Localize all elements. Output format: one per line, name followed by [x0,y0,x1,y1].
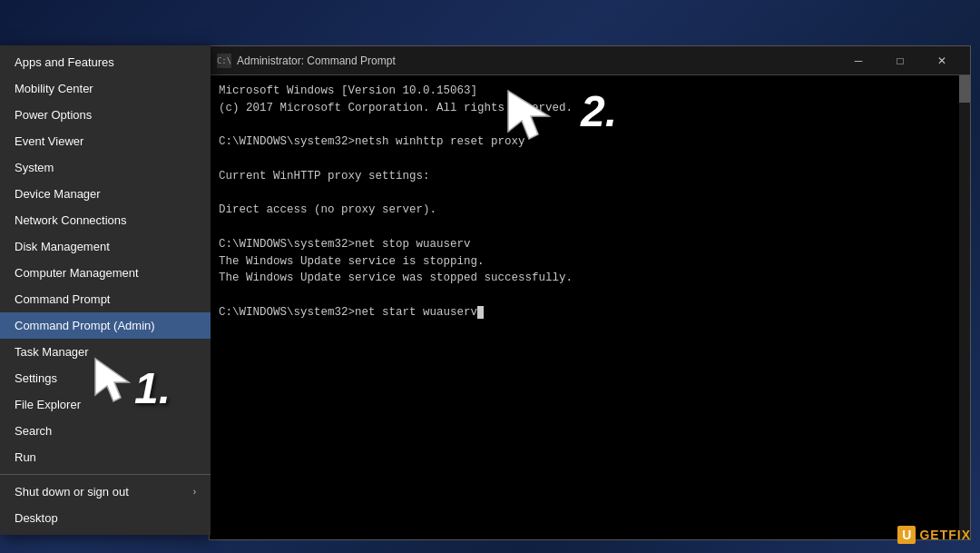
menu-item-label-computer-management: Computer Management [15,266,139,280]
menu-item-command-prompt[interactable]: Command Prompt [0,286,211,312]
menu-item-label-power-options: Power Options [15,108,92,122]
menu-item-file-explorer[interactable]: File Explorer [0,391,211,418]
context-menu: Apps and FeaturesMobility CenterPower Op… [0,45,211,535]
menu-item-label-mobility-center: Mobility Center [15,82,93,95]
cmd-line-1: (c) 2017 Microsoft Corporation. All righ… [219,100,961,117]
watermark-u: U [897,526,916,544]
menu-item-label-search: Search [15,424,52,438]
cmd-line-11: The Windows Update service was stopped s… [219,270,961,287]
cmd-window: C:\ Administrator: Command Prompt ─ □ ✕ … [209,45,971,540]
menu-item-network-connections[interactable]: Network Connections [0,207,211,233]
menu-item-power-options[interactable]: Power Options [0,102,211,128]
menu-divider [0,474,211,475]
menu-item-run[interactable]: Run [0,444,211,470]
close-button[interactable]: ✕ [921,46,963,75]
cmd-line-4 [219,151,961,168]
watermark-brand: GETFIX [919,528,971,542]
cmd-line-7: Direct access (no proxy server). [219,202,961,219]
cmd-scrollbar[interactable] [959,75,970,539]
cmd-cursor [477,306,484,319]
scrollbar-thumb[interactable] [959,75,970,103]
menu-item-settings[interactable]: Settings [0,365,211,391]
cmd-line-9: C:\WINDOWS\system32>net stop wuauserv [219,236,961,253]
menu-item-device-manager[interactable]: Device Manager [0,181,211,207]
menu-item-label-apps-features: Apps and Features [15,55,114,69]
menu-item-command-prompt-admin[interactable]: Command Prompt (Admin) [0,312,211,339]
cmd-line-6 [219,185,961,202]
menu-item-label-desktop: Desktop [15,511,58,525]
menu-item-disk-management[interactable]: Disk Management [0,233,211,260]
cmd-line-0: Microsoft Windows [Version 10.0.15063] [219,83,961,100]
menu-item-system[interactable]: System [0,154,211,181]
minimize-button[interactable]: ─ [838,46,879,75]
cmd-content: Microsoft Windows [Version 10.0.15063](c… [210,75,970,539]
menu-item-label-disk-management: Disk Management [15,240,110,253]
cmd-titlebar: C:\ Administrator: Command Prompt ─ □ ✕ [210,46,970,75]
cmd-line-5: Current WinHTTP proxy settings: [219,168,961,185]
menu-item-label-shutdown: Shut down or sign out [15,485,129,499]
menu-item-label-system: System [15,161,54,174]
menu-item-arrow-shutdown: › [193,487,196,497]
cmd-line-8 [219,219,961,236]
cmd-line-2 [219,117,961,134]
menu-item-label-command-prompt: Command Prompt [15,292,110,306]
cmd-line-3: C:\WINDOWS\system32>netsh winhttp reset … [219,133,961,151]
watermark: U GETFIX [897,526,971,544]
menu-item-label-network-connections: Network Connections [15,213,127,227]
menu-item-label-event-viewer: Event Viewer [15,134,83,148]
menu-item-label-command-prompt-admin: Command Prompt (Admin) [15,319,155,332]
menu-item-apps-features[interactable]: Apps and Features [0,49,211,75]
menu-item-desktop[interactable]: Desktop [0,505,211,531]
maximize-button[interactable]: □ [879,46,921,75]
menu-item-label-task-manager: Task Manager [15,345,89,359]
cmd-line-10: The Windows Update service is stopping. [219,253,961,271]
cmd-line-12 [219,287,961,304]
menu-item-computer-management[interactable]: Computer Management [0,260,211,286]
menu-item-mobility-center[interactable]: Mobility Center [0,75,211,102]
cmd-title: Administrator: Command Prompt [237,54,838,67]
menu-item-search[interactable]: Search [0,418,211,444]
cmd-window-controls: ─ □ ✕ [838,46,963,75]
menu-item-label-settings: Settings [15,371,57,385]
menu-item-task-manager[interactable]: Task Manager [0,339,211,365]
menu-item-label-device-manager: Device Manager [15,187,101,201]
menu-item-shutdown[interactable]: Shut down or sign out› [0,479,211,505]
menu-item-label-run: Run [15,450,36,464]
menu-item-label-file-explorer: File Explorer [15,398,81,411]
cmd-icon: C:\ [217,54,231,68]
menu-item-event-viewer[interactable]: Event Viewer [0,128,211,154]
cmd-line-13: C:\WINDOWS\system32>net start wuauserv [219,304,961,321]
